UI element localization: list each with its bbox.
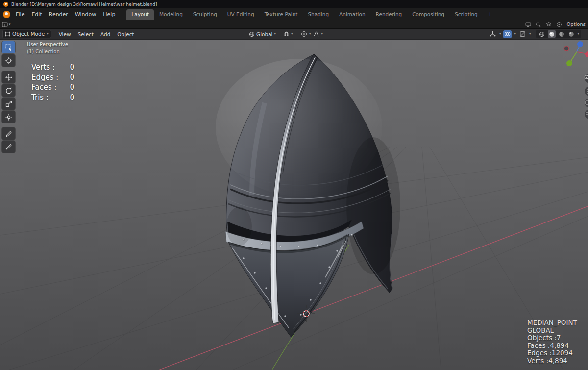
menu-select[interactable]: Select	[74, 31, 97, 37]
annotate-icon	[5, 130, 13, 138]
perspective-toggle-button	[585, 109, 588, 119]
gizmo-chevron-icon[interactable]: ▾	[499, 32, 501, 36]
stat-faces-label: Faces :	[31, 82, 57, 93]
orientation-chevron-icon: ▾	[274, 32, 276, 36]
tab-scripting[interactable]: Scripting	[450, 9, 483, 20]
object-mode-icon	[5, 31, 10, 37]
menu-object[interactable]: Object	[114, 31, 137, 37]
proportional-edit-controls[interactable]: ▾ ▾	[301, 29, 323, 39]
scale-icon	[5, 100, 13, 108]
viewport-nav-buttons[interactable]	[585, 74, 588, 119]
view-layer-icon[interactable]	[546, 22, 552, 27]
gizmo-x-axis	[585, 51, 588, 57]
menu-file[interactable]: File	[12, 11, 28, 18]
stat-tris-label: Tris :	[31, 93, 49, 103]
stat-tris: Tris : 0	[31, 93, 74, 103]
tool-move[interactable]	[2, 71, 15, 83]
navigation-gizmo[interactable]	[564, 41, 588, 66]
proportional-edit-icon	[301, 31, 307, 37]
tool-cursor[interactable]	[2, 54, 15, 67]
select-box-icon	[5, 44, 13, 51]
render-slot-icon[interactable]	[556, 22, 562, 27]
menu-edit[interactable]: Edit	[28, 11, 45, 18]
move-icon	[5, 74, 13, 81]
tab-animation[interactable]: Animation	[334, 9, 370, 20]
mode-label: Object Mode	[12, 31, 45, 37]
add-workspace-button[interactable]: +	[483, 9, 497, 20]
edges-count: Edges :12094	[527, 349, 577, 357]
blender-logo-icon	[3, 2, 8, 7]
tab-shading[interactable]: Shading	[303, 9, 334, 20]
gizmo-toggle-icon[interactable]	[489, 30, 497, 38]
helmet-model[interactable]	[216, 54, 400, 337]
viewport-header: Object Mode ▾ View Select Add Object Glo…	[0, 29, 588, 40]
magnet-icon	[283, 31, 290, 37]
tab-compositing[interactable]: Compositing	[407, 9, 449, 20]
stat-faces: Faces : 0	[31, 82, 74, 93]
tab-texture-paint[interactable]: Texture Paint	[260, 9, 303, 20]
orientation-stat: GLOBAL	[527, 327, 577, 335]
tool-transform[interactable]	[2, 111, 15, 123]
tab-uv-editing[interactable]: UV Editing	[222, 9, 259, 20]
scene-bar: ▾ Options	[0, 20, 588, 29]
menu-add[interactable]: Add	[97, 31, 114, 37]
shading-solid-icon[interactable]	[548, 30, 556, 38]
screen-icon[interactable]	[525, 22, 531, 27]
tool-scale[interactable]	[2, 98, 15, 110]
tool-select-box[interactable]	[2, 41, 15, 53]
viewport-3d[interactable]	[0, 40, 588, 370]
snap-controls[interactable]: ▾	[283, 29, 293, 39]
transform-orientation-select[interactable]: Global ▾	[249, 29, 276, 39]
stat-edges-value: 0	[70, 73, 74, 83]
menu-render[interactable]: Render	[46, 11, 72, 18]
tab-sculpting[interactable]: Sculpting	[188, 9, 222, 20]
xray-toggle-icon[interactable]	[518, 30, 527, 38]
overlays-toggle-icon[interactable]	[503, 30, 512, 38]
rotate-icon	[5, 87, 13, 95]
options-button[interactable]: Options	[566, 22, 586, 27]
mesh-stats-overlay: Verts : 0 Edges : 0 Faces : 0 Tris : 0	[31, 62, 74, 102]
editor-type-chevron-icon[interactable]: ▾	[9, 23, 11, 26]
dome-right-shadow	[346, 137, 400, 274]
shading-rendered-icon[interactable]	[567, 30, 575, 38]
scene-stats-overlay: MEDIAN_POINT GLOBAL Objects :7 Faces :4,…	[527, 319, 577, 365]
mode-selector[interactable]: Object Mode ▾	[2, 30, 51, 38]
shading-mode-group: ▾	[536, 30, 581, 38]
viewport-canvas[interactable]	[0, 40, 588, 370]
global-orientation-icon	[249, 31, 255, 37]
tab-modeling[interactable]: Modeling	[154, 9, 188, 20]
top-menu-bar: File Edit Render Window Help Layout Mode…	[0, 8, 588, 20]
cursor-tool-icon	[5, 57, 13, 65]
stat-verts-label: Verts :	[31, 62, 55, 73]
shading-chevron-icon[interactable]: ▾	[577, 32, 579, 36]
stat-faces-value: 0	[70, 82, 74, 93]
window-title: Blender [D:\Maryam design 3d\Romawi Helm…	[11, 2, 157, 7]
view-perspective-label: User Perspective	[27, 42, 68, 47]
overlays-chevron-icon[interactable]: ▾	[514, 32, 516, 36]
snap-chevron-icon: ▾	[291, 32, 293, 36]
tab-layout[interactable]: Layout	[126, 9, 154, 20]
shading-material-icon[interactable]	[558, 30, 565, 38]
editor-type-icon[interactable]	[2, 22, 8, 27]
falloff-chevron-icon: ▾	[321, 32, 323, 36]
shading-wireframe-icon[interactable]	[538, 30, 546, 38]
gizmo-x-neg	[564, 46, 569, 51]
faces-count: Faces :4,894	[527, 342, 577, 350]
menu-help[interactable]: Help	[99, 11, 119, 18]
menu-window[interactable]: Window	[72, 11, 99, 18]
scene-icon[interactable]	[536, 22, 541, 27]
gizmo-y-axis	[566, 60, 572, 66]
xray-chevron-icon[interactable]: ▾	[529, 32, 531, 36]
tool-measure[interactable]	[2, 141, 15, 153]
tab-rendering[interactable]: Rendering	[371, 9, 407, 20]
transform-icon	[5, 113, 13, 121]
proportional-chevron-icon: ▾	[309, 32, 311, 36]
tool-annotate[interactable]	[2, 127, 15, 140]
tool-rotate[interactable]	[2, 84, 15, 97]
title-bar: Blender [D:\Maryam design 3d\Romawi Helm…	[0, 0, 588, 8]
gizmo-z-axis	[577, 41, 583, 47]
blender-menu-icon[interactable]	[3, 11, 10, 18]
menu-view[interactable]: View	[55, 31, 74, 37]
viewport-header-right: ▾ ▾ ▾ ▾	[489, 29, 581, 39]
objects-count: Objects :7	[527, 334, 577, 342]
